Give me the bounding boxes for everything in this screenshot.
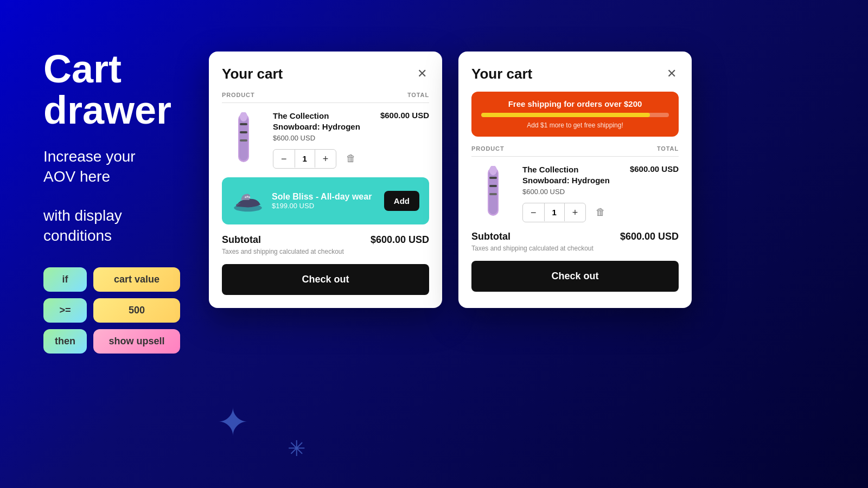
upsell-banner: Sole Bliss - All-day wear $199.00 USD Ad… xyxy=(222,177,429,224)
cart-2-product-image xyxy=(471,164,515,219)
cart-2-subtotal-row: Subtotal $600.00 USD xyxy=(471,231,679,242)
cart-1-tax-note: Taxes and shipping calculated at checkou… xyxy=(222,248,429,255)
cart-2-product-name: The Collection Snowboard: Hydrogen xyxy=(522,164,622,185)
svg-rect-1 xyxy=(239,115,248,160)
cart-2-qty-increase[interactable]: + xyxy=(565,203,586,222)
cart-1-checkout-button[interactable]: Check out xyxy=(222,264,429,295)
cart-2-qty-value: 1 xyxy=(544,203,565,221)
condition-gte-pill: >= xyxy=(43,298,87,323)
condition-show-upsell-pill: show upsell xyxy=(93,329,180,354)
cart-1-product-price: $600.00 USD xyxy=(273,134,373,142)
cart-1-title: Your cart xyxy=(222,66,283,82)
cart-1-product-name: The Collection Snowboard: Hydrogen xyxy=(273,111,373,132)
cart-2-qty-decrease[interactable]: − xyxy=(523,203,544,222)
cart-2-qty-control: − 1 + xyxy=(522,203,586,222)
cart-1-product-row: The Collection Snowboard: Hydrogen $600.… xyxy=(222,111,429,169)
condition-row-1: if cart value xyxy=(43,267,217,292)
cart-2-delete-button[interactable]: 🗑 xyxy=(591,202,610,222)
cart-1-product-total: $600.00 USD xyxy=(380,111,429,120)
shoe-icon xyxy=(232,186,264,216)
cart-2-product-col: PRODUCT xyxy=(471,145,505,152)
left-panel: Cartdrawer Increase yourAOV herewith dis… xyxy=(43,49,217,354)
cart-2-total-col: TOTAL xyxy=(657,145,679,152)
svg-rect-12 xyxy=(489,177,497,179)
cart-1-qty-row: − 1 + 🗑 xyxy=(273,149,373,169)
svg-rect-14 xyxy=(489,193,497,195)
cart-1-delete-button[interactable]: 🗑 xyxy=(342,149,360,169)
shipping-title: Free shipping for orders over $200 xyxy=(481,99,669,108)
shipping-banner: Free shipping for orders over $200 Add $… xyxy=(471,92,679,137)
cart-2-header: Your cart ✕ xyxy=(471,65,679,83)
condition-then-pill: then xyxy=(43,329,87,354)
cart-1-qty-control: − 1 + xyxy=(273,149,336,169)
deco-star-1: ✦ xyxy=(217,400,249,445)
cart-1-close-button[interactable]: ✕ xyxy=(415,65,429,83)
cart-2-product-row: The Collection Snowboard: Hydrogen $600.… xyxy=(471,164,679,222)
cart-2-title: Your cart xyxy=(471,66,532,82)
cart-2-subtotal-value: $600.00 USD xyxy=(620,231,679,242)
condition-if-pill: if xyxy=(43,267,87,292)
cart-1-subtotal-label: Subtotal xyxy=(222,234,261,246)
progress-bar-track xyxy=(481,113,669,117)
svg-point-9 xyxy=(248,196,250,198)
cart-drawer-1: Your cart ✕ PRODUCT TOTAL The Collectio xyxy=(209,52,442,308)
progress-bar-fill xyxy=(481,113,650,117)
condition-500-pill: 500 xyxy=(93,298,180,323)
svg-rect-11 xyxy=(489,169,497,214)
cart-1-col-headers: PRODUCT TOTAL xyxy=(222,92,429,103)
condition-cart-value-pill: cart value xyxy=(93,267,180,292)
hero-subtitle: Increase yourAOV herewith displayconditi… xyxy=(43,147,217,246)
cart-1-total-col: TOTAL xyxy=(407,92,429,98)
cart-1-product-info: The Collection Snowboard: Hydrogen $600.… xyxy=(273,111,373,169)
shipping-sub: Add $1 more to get free shipping! xyxy=(481,121,669,129)
cart-2-col-headers: PRODUCT TOTAL xyxy=(471,145,679,157)
cart-1-subtotal-row: Subtotal $600.00 USD xyxy=(222,234,429,246)
cart-1-subtotal-value: $600.00 USD xyxy=(371,234,429,246)
cart-2-product-price: $600.00 USD xyxy=(522,188,622,196)
cart-1-qty-decrease[interactable]: − xyxy=(273,150,295,168)
svg-point-7 xyxy=(245,196,246,198)
cart-2-subtotal-label: Subtotal xyxy=(471,231,510,242)
cart-2-checkout-button[interactable]: Check out xyxy=(471,261,679,292)
conditions-grid: if cart value >= 500 then show upsell xyxy=(43,267,217,354)
cart-1-product-col: PRODUCT xyxy=(222,92,255,98)
deco-star-2: ✳ xyxy=(288,436,306,461)
cart-2-close-button[interactable]: ✕ xyxy=(665,65,679,83)
cart-1-qty-value: 1 xyxy=(295,150,315,168)
upsell-text: Sole Bliss - All-day wear $199.00 USD xyxy=(272,192,376,210)
svg-point-8 xyxy=(246,196,248,197)
svg-rect-13 xyxy=(489,185,497,187)
condition-row-3: then show upsell xyxy=(43,329,217,354)
cart-1-header: Your cart ✕ xyxy=(222,65,429,83)
condition-row-2: >= 500 xyxy=(43,298,217,323)
cart-2-product-info: The Collection Snowboard: Hydrogen $600.… xyxy=(522,164,622,222)
upsell-name: Sole Bliss - All-day wear xyxy=(272,192,376,202)
cart-2-qty-row: − 1 + 🗑 xyxy=(522,202,622,222)
upsell-add-button[interactable]: Add xyxy=(384,191,419,211)
snowboard-2-icon xyxy=(481,166,506,217)
hero-title: Cartdrawer xyxy=(43,49,217,131)
svg-rect-3 xyxy=(240,131,247,133)
svg-rect-4 xyxy=(240,139,247,142)
cart-drawer-2: Your cart ✕ Free shipping for orders ove… xyxy=(458,52,692,308)
cart-2-product-total: $600.00 USD xyxy=(630,164,679,174)
cart-1-qty-increase[interactable]: + xyxy=(315,150,336,168)
cart-2-tax-note: Taxes and shipping calculated at checkou… xyxy=(471,245,679,252)
upsell-price: $199.00 USD xyxy=(272,202,376,210)
svg-rect-2 xyxy=(240,123,247,125)
cart-1-product-image xyxy=(222,111,265,165)
carts-container: Your cart ✕ PRODUCT TOTAL The Collectio xyxy=(209,52,692,308)
snowboard-icon xyxy=(232,112,256,164)
